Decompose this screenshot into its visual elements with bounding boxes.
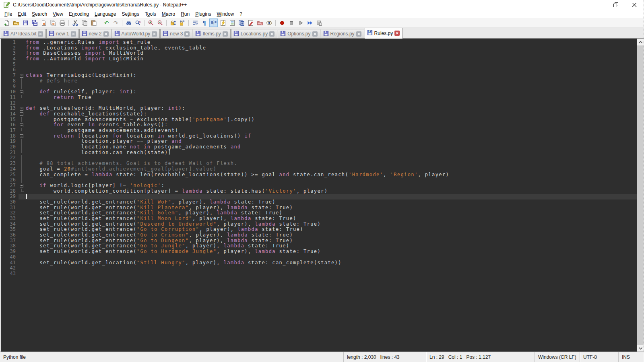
macro-play-icon[interactable] bbox=[296, 19, 305, 27]
menu-search[interactable]: Search bbox=[29, 10, 50, 18]
line-number[interactable]: 35 bbox=[1, 227, 19, 232]
fold-collapse-icon[interactable] bbox=[19, 89, 26, 95]
menu-file[interactable]: File bbox=[2, 10, 15, 18]
status-insert-mode[interactable]: INS bbox=[619, 352, 644, 362]
scroll-down-button[interactable] bbox=[637, 345, 644, 352]
tab-close-icon[interactable] bbox=[103, 31, 109, 37]
close-icon[interactable] bbox=[39, 19, 48, 27]
line-number[interactable]: 3 bbox=[1, 51, 19, 56]
document-list-icon[interactable] bbox=[237, 19, 246, 27]
line-number[interactable]: 21 bbox=[1, 150, 19, 156]
tab-close-icon[interactable] bbox=[38, 31, 43, 37]
menu-edit[interactable]: Edit bbox=[15, 10, 29, 18]
zoom-out-icon[interactable] bbox=[156, 19, 164, 27]
open-folder-icon[interactable] bbox=[12, 19, 20, 27]
line-number[interactable]: 18 bbox=[1, 134, 19, 139]
tab-items-py[interactable]: Items.py bbox=[193, 29, 230, 38]
line-number[interactable]: 16 bbox=[1, 122, 19, 128]
folder-workspace-icon[interactable] bbox=[256, 19, 264, 27]
line-number[interactable]: 13 bbox=[1, 106, 19, 111]
paste-icon[interactable] bbox=[89, 19, 98, 27]
undo-icon[interactable]: ↶ bbox=[102, 19, 111, 27]
tab-close-icon[interactable] bbox=[394, 31, 400, 36]
line-number[interactable]: 31 bbox=[1, 205, 19, 211]
document-map-icon[interactable] bbox=[228, 19, 236, 27]
tab-close-icon[interactable] bbox=[152, 31, 157, 37]
scrollbar-thumb[interactable] bbox=[637, 45, 644, 345]
tab-close-icon[interactable] bbox=[312, 31, 318, 37]
restore-button[interactable] bbox=[607, 0, 625, 10]
status-eol-format[interactable]: Windows (CR LF) bbox=[535, 352, 580, 362]
line-number[interactable]: 11 bbox=[1, 95, 19, 101]
line-number[interactable]: 17 bbox=[1, 128, 19, 134]
monitoring-eye-icon[interactable] bbox=[265, 19, 273, 27]
line-number[interactable]: 28 bbox=[1, 189, 19, 194]
line-number[interactable]: 33 bbox=[1, 216, 19, 222]
fold-collapse-icon[interactable] bbox=[19, 122, 26, 128]
tab-close-icon[interactable] bbox=[356, 31, 361, 37]
indent-guide-icon[interactable] bbox=[209, 19, 218, 27]
line-number[interactable]: 34 bbox=[1, 222, 19, 227]
vertical-scrollbar[interactable] bbox=[637, 39, 644, 352]
line-number[interactable]: 43 bbox=[1, 271, 19, 277]
tab-close-icon[interactable] bbox=[269, 31, 275, 37]
zoom-in-icon[interactable] bbox=[147, 19, 155, 27]
tab-close-icon[interactable] bbox=[223, 31, 228, 37]
fold-collapse-icon[interactable] bbox=[19, 73, 26, 78]
line-number[interactable]: 10 bbox=[1, 89, 19, 95]
tab-close-icon[interactable] bbox=[184, 31, 190, 37]
menu-language[interactable]: Language bbox=[92, 10, 119, 18]
tab-close-icon[interactable] bbox=[71, 31, 76, 37]
redo-icon[interactable]: ↷ bbox=[111, 19, 120, 27]
line-number[interactable]: 5 bbox=[1, 62, 19, 68]
fold-collapse-icon[interactable] bbox=[19, 106, 26, 111]
show-all-characters-icon[interactable]: ¶ bbox=[200, 19, 208, 27]
line-number[interactable]: 39 bbox=[1, 249, 19, 255]
line-number[interactable]: 8 bbox=[1, 78, 19, 84]
line-number[interactable]: 15 bbox=[1, 117, 19, 123]
line-number[interactable]: 19 bbox=[1, 139, 19, 144]
find-icon[interactable] bbox=[124, 19, 133, 27]
line-number[interactable]: 37 bbox=[1, 238, 19, 244]
word-wrap-icon[interactable] bbox=[191, 19, 199, 27]
status-encoding[interactable]: UTF-8 bbox=[580, 352, 619, 362]
tab-autoworld-py[interactable]: AutoWorld.py bbox=[112, 29, 160, 38]
macro-save-icon[interactable] bbox=[315, 19, 323, 27]
function-list-icon[interactable] bbox=[219, 19, 227, 27]
macro-stop-icon[interactable] bbox=[287, 19, 295, 27]
line-number[interactable]: 1 bbox=[1, 40, 19, 45]
sync-horizontal-icon[interactable] bbox=[178, 19, 186, 27]
fold-collapse-icon[interactable] bbox=[19, 111, 26, 117]
line-number[interactable]: 7 bbox=[1, 73, 19, 78]
tab-regions-py[interactable]: Regions.py bbox=[321, 29, 364, 38]
line-number[interactable]: 2 bbox=[1, 45, 19, 51]
line-number[interactable]: 6 bbox=[1, 67, 19, 73]
line-number[interactable]: 29 bbox=[1, 194, 19, 200]
menu-plugins[interactable]: Plugins bbox=[192, 10, 214, 18]
line-number[interactable]: 25 bbox=[1, 172, 19, 178]
line-number[interactable]: 38 bbox=[1, 243, 19, 249]
new-file-icon[interactable] bbox=[2, 19, 11, 27]
sync-vertical-icon[interactable] bbox=[169, 19, 177, 27]
tab-options-py[interactable]: Options.py bbox=[278, 29, 320, 38]
menu-[interactable]: ? bbox=[237, 10, 245, 18]
line-number[interactable]: 41 bbox=[1, 260, 19, 266]
tab-new-3[interactable]: new 3 bbox=[160, 29, 192, 38]
line-number[interactable]: 36 bbox=[1, 232, 19, 238]
replace-icon[interactable]: b bbox=[134, 19, 142, 27]
line-number[interactable]: 24 bbox=[1, 167, 19, 172]
print-icon[interactable] bbox=[58, 19, 66, 27]
macro-multi-run-icon[interactable] bbox=[305, 19, 314, 27]
copy-icon[interactable] bbox=[80, 19, 89, 27]
status-cursor-position[interactable]: Ln : 29 Col : 1 Pos : 1,127 bbox=[426, 352, 535, 362]
macro-record-icon[interactable] bbox=[278, 19, 286, 27]
define-language-icon[interactable] bbox=[246, 19, 255, 27]
menu-macro[interactable]: Macro bbox=[159, 10, 178, 18]
menu-tools[interactable]: Tools bbox=[142, 10, 159, 18]
line-number[interactable]: 20 bbox=[1, 144, 19, 150]
line-number[interactable]: 23 bbox=[1, 161, 19, 167]
line-number[interactable]: 32 bbox=[1, 210, 19, 216]
line-number[interactable]: 42 bbox=[1, 265, 19, 271]
line-number[interactable]: 14 bbox=[1, 111, 19, 117]
line-number[interactable]: 27 bbox=[1, 183, 19, 189]
